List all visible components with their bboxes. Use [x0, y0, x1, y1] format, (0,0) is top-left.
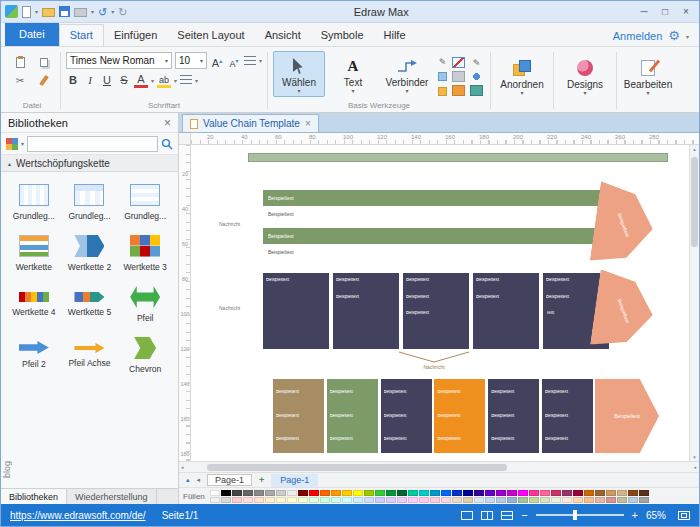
color-swatch[interactable]: [397, 490, 407, 496]
value-chain-column[interactable]: BeispieltextBeispieltextBeispieltext: [273, 379, 324, 453]
color-swatch[interactable]: [342, 490, 352, 496]
color-swatch[interactable]: [573, 497, 583, 503]
tab-bibliotheken[interactable]: Bibliotheken: [1, 489, 67, 504]
color-swatch[interactable]: [463, 497, 473, 503]
chevron-down-icon[interactable]: ▾: [21, 140, 24, 147]
color-swatch[interactable]: [309, 490, 319, 496]
color-swatch[interactable]: [353, 490, 363, 496]
website-link[interactable]: https://www.edrawsoft.com/de/: [10, 510, 146, 521]
color-swatch[interactable]: [419, 497, 429, 503]
font-size-select[interactable]: 10 ▾: [175, 52, 207, 69]
color-swatch[interactable]: [243, 497, 253, 503]
menu-datei[interactable]: Datei: [5, 23, 59, 46]
color-swatch[interactable]: [496, 490, 506, 496]
color-swatch[interactable]: [507, 497, 517, 503]
sign-in-link[interactable]: Anmelden: [613, 30, 663, 42]
color-swatch[interactable]: [309, 497, 319, 503]
color-swatch[interactable]: [364, 497, 374, 503]
value-chain-column[interactable]: Beispieltext: [263, 273, 329, 349]
color-swatch[interactable]: [639, 497, 649, 503]
value-chain-bar[interactable]: Beispieltext: [263, 228, 609, 244]
color-swatch[interactable]: [276, 497, 286, 503]
maximize-button[interactable]: □: [656, 6, 674, 17]
bold-button[interactable]: B: [66, 72, 80, 88]
value-chain-bar[interactable]: Beispieltext: [263, 190, 609, 206]
color-swatch[interactable]: [221, 490, 231, 496]
color-swatch[interactable]: [331, 490, 341, 496]
color-swatch[interactable]: [221, 497, 231, 503]
color-swatch[interactable]: [617, 490, 627, 496]
menu-seiten-layout[interactable]: Seiten Layout: [167, 25, 254, 46]
color-swatch[interactable]: [298, 490, 308, 496]
chevron-down-icon[interactable]: ▾: [35, 8, 38, 15]
tab-wiederherstellung[interactable]: Wiederherstellung: [67, 489, 157, 504]
scroll-up-icon[interactable]: ▴: [693, 146, 696, 152]
color-swatch[interactable]: [617, 497, 627, 503]
document-tab[interactable]: Value Chain Template ×: [182, 114, 319, 132]
color-swatch[interactable]: [243, 490, 253, 496]
strikethrough-button[interactable]: S: [117, 72, 131, 88]
tab-close-icon[interactable]: ×: [305, 118, 311, 129]
color-swatch[interactable]: [551, 490, 561, 496]
value-chain-arrow[interactable]: Beispieltext: [595, 379, 659, 453]
fill-tool-button[interactable]: [452, 71, 465, 82]
shrink-font-button[interactable]: [227, 53, 241, 69]
gear-icon[interactable]: ⚙: [668, 30, 680, 42]
color-swatch[interactable]: [331, 497, 341, 503]
color-swatch[interactable]: [551, 497, 561, 503]
grow-font-button[interactable]: [210, 53, 224, 69]
value-chain-top-bar[interactable]: [248, 153, 668, 162]
value-chain-column[interactable]: BeispieltextBeispieltextBeispieltext: [381, 379, 432, 453]
designs-button[interactable]: Designs ▾: [559, 53, 611, 99]
page-tab[interactable]: Page-1: [207, 474, 252, 486]
chevron-down-icon[interactable]: ▾: [686, 33, 689, 40]
delete-shape-button[interactable]: [452, 57, 465, 68]
color-swatch[interactable]: [540, 497, 550, 503]
paste-button[interactable]: [11, 55, 29, 70]
edit-button[interactable]: Bearbeiten ▾: [622, 53, 674, 99]
value-chain-column[interactable]: BeispieltextBeispieltextBeispieltext: [327, 379, 378, 453]
pen-tool-button[interactable]: ✎: [435, 55, 450, 68]
zoom-in-button[interactable]: +: [632, 510, 638, 520]
color-swatch[interactable]: [287, 490, 297, 496]
italic-button[interactable]: I: [83, 72, 97, 88]
color-swatch[interactable]: [540, 490, 550, 496]
color-swatch[interactable]: [452, 490, 462, 496]
blog-tab[interactable]: blog: [2, 453, 13, 485]
scrollbar-thumb[interactable]: [691, 157, 698, 247]
color-swatch[interactable]: [232, 490, 242, 496]
zoom-slider-thumb[interactable]: [573, 510, 577, 520]
value-chain-column[interactable]: BeispieltextBeispieltext: [473, 273, 539, 349]
zoom-slider[interactable]: [536, 514, 624, 516]
library-item-wertkette-3[interactable]: Wertkette 3: [118, 235, 172, 272]
font-family-select[interactable]: Times New Roman ▾: [66, 52, 172, 69]
menu-start[interactable]: Start: [59, 24, 104, 46]
add-page-button[interactable]: +: [259, 475, 264, 485]
color-swatch[interactable]: [573, 490, 583, 496]
arrange-button[interactable]: Anordnen ▾: [496, 53, 548, 99]
nachricht-label[interactable]: Nachricht: [219, 221, 240, 227]
chevron-down-icon[interactable]: ▾: [111, 8, 114, 15]
shape-tool-button[interactable]: [438, 72, 447, 81]
color-swatch[interactable]: [287, 497, 297, 503]
drawing-area[interactable]: Beispieltext Beispieltext Beispieltext B…: [191, 145, 699, 461]
color-swatch[interactable]: [562, 490, 572, 496]
color-swatch[interactable]: [595, 497, 605, 503]
color-swatch[interactable]: [474, 490, 484, 496]
library-item-pfeil-2[interactable]: Pfeil 2: [7, 337, 61, 374]
connection-point-button[interactable]: [470, 71, 483, 82]
color-swatch[interactable]: [364, 490, 374, 496]
color-swatch[interactable]: [265, 490, 275, 496]
color-swatch[interactable]: [353, 497, 363, 503]
scroll-left-icon[interactable]: ◂: [181, 464, 184, 470]
color-swatch[interactable]: [298, 497, 308, 503]
color-swatch[interactable]: [254, 490, 264, 496]
color-swatch[interactable]: [386, 497, 396, 503]
close-button[interactable]: ×: [677, 6, 695, 17]
color-swatch[interactable]: [408, 497, 418, 503]
color-swatch[interactable]: [397, 497, 407, 503]
color-swatch[interactable]: [474, 497, 484, 503]
color-swatch[interactable]: [584, 497, 594, 503]
select-tool-button[interactable]: Wählen ▾: [273, 51, 325, 97]
color-swatch[interactable]: [529, 497, 539, 503]
